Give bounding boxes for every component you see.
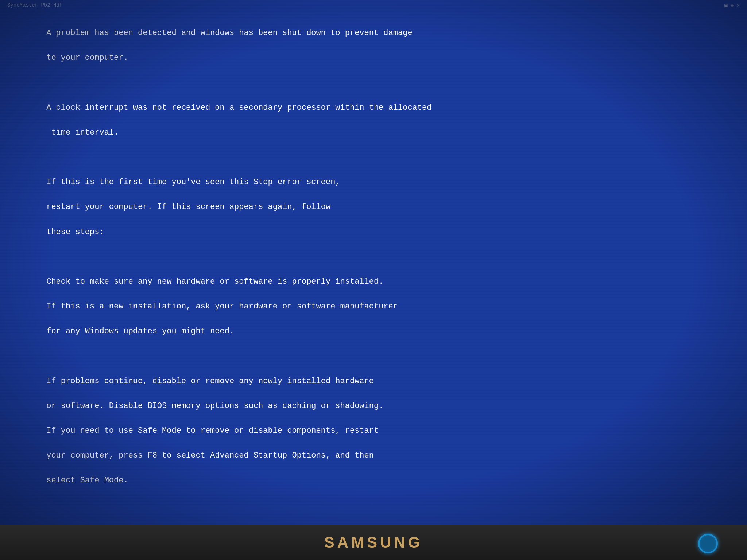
bsod-line9: these steps: <box>46 228 104 237</box>
bsod-line15: If problems continue, disable or remove … <box>46 377 374 386</box>
bsod-line17: If you need to use Safe Mode to remove o… <box>46 426 379 435</box>
bsod-screen: SyncMaster P52-Hdf ▣ ◈ ✕ A problem has b… <box>0 0 747 525</box>
bsod-line13: for any Windows updates you might need. <box>46 327 234 336</box>
bsod-line11: Check to make sure any new hardware or s… <box>46 277 383 286</box>
bsod-line18: your computer, press F8 to select Advanc… <box>46 451 374 460</box>
monitor-icons-text: ▣ ◈ ✕ <box>724 2 740 8</box>
monitor-bezel-bottom: SAMSUNG <box>0 525 747 560</box>
bsod-line19: select Safe Mode. <box>46 476 128 485</box>
bsod-line1: A problem has been detected and windows … <box>46 28 412 38</box>
bsod-content: A problem has been detected and windows … <box>18 15 729 525</box>
bsod-line4: A clock interrupt was not received on a … <box>46 103 431 112</box>
monitor-outer: SyncMaster P52-Hdf ▣ ◈ ✕ A problem has b… <box>0 0 747 560</box>
bsod-line5: time interval. <box>46 128 119 137</box>
monitor-title-text: SyncMaster P52-Hdf <box>7 2 62 8</box>
bsod-line2: to your computer. <box>46 53 128 62</box>
bsod-line12: If this is a new installation, ask your … <box>46 302 398 311</box>
power-button[interactable] <box>698 534 718 553</box>
bsod-line8: restart your computer. If this screen ap… <box>46 202 330 211</box>
bsod-line16: or software. Disable BIOS memory options… <box>46 401 383 411</box>
brand-label: SAMSUNG <box>324 534 423 551</box>
bsod-line7: If this is the first time you've seen th… <box>46 178 340 187</box>
